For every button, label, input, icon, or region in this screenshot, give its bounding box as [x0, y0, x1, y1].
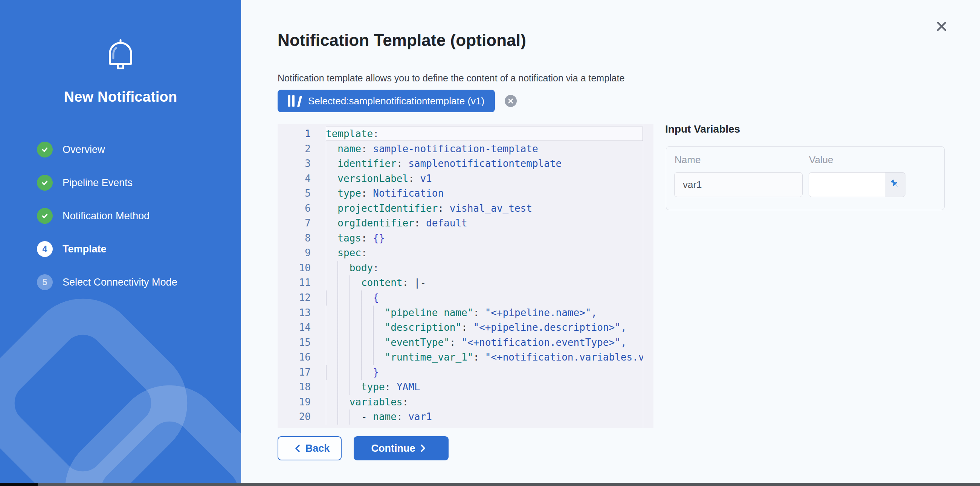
- step-label: Pipeline Events: [62, 177, 132, 189]
- sidebar-step-pipeline-events[interactable]: Pipeline Events: [37, 174, 177, 191]
- variable-name-field[interactable]: [674, 172, 803, 197]
- pushpin-icon: [889, 178, 901, 191]
- line-number: 1: [278, 127, 311, 142]
- notification-bell-icon: [0, 39, 241, 72]
- editor-line-numbers: 1234567891011121314151617181920: [278, 127, 326, 425]
- chevron-right-icon: [420, 444, 426, 453]
- line-number: 4: [278, 171, 311, 186]
- code-line[interactable]: {: [326, 290, 643, 306]
- line-number: 11: [278, 276, 311, 290]
- name-column-label: Name: [675, 154, 700, 166]
- close-icon[interactable]: [934, 19, 949, 34]
- code-line[interactable]: content: |-: [326, 276, 643, 290]
- sidebar-step-template[interactable]: 4Template: [37, 241, 177, 257]
- editor-scrollbar[interactable]: [643, 124, 643, 428]
- code-line[interactable]: tags: {}: [326, 231, 643, 246]
- template-yaml-editor[interactable]: 1234567891011121314151617181920 template…: [278, 124, 654, 428]
- line-number: 9: [278, 245, 311, 261]
- bottom-bar: [0, 483, 980, 486]
- step-check-icon: [37, 142, 53, 158]
- code-line[interactable]: projectIdentifier: vishal_av_test: [326, 201, 643, 216]
- template-step-panel: Notification Template (optional) Notific…: [241, 0, 980, 486]
- code-line[interactable]: type: YAML: [326, 380, 643, 395]
- page-subtitle: Notification template allows you to defi…: [278, 73, 624, 84]
- code-line[interactable]: "pipeline name": "<+pipeline.name>",: [326, 306, 643, 320]
- line-number: 17: [278, 365, 311, 380]
- code-line[interactable]: name: sample-notification-template: [326, 142, 643, 157]
- line-number: 2: [278, 142, 311, 157]
- wizard-steps: OverviewPipeline EventsNotification Meth…: [37, 141, 177, 307]
- step-number-badge: 4: [37, 241, 53, 257]
- code-line[interactable]: identifier: samplenotificationtemplate: [326, 156, 643, 171]
- sidebar-step-select-connectivity-mode[interactable]: 5Select Connectivity Mode: [37, 274, 177, 290]
- line-number: 3: [278, 156, 311, 171]
- sidebar-step-notification-method[interactable]: Notification Method: [37, 207, 177, 224]
- editor-code-area[interactable]: template:name: sample-notification-templ…: [326, 127, 643, 426]
- code-line[interactable]: spec:: [326, 245, 643, 261]
- selected-template-chip[interactable]: Selected:samplenotificationtemplate (v1): [278, 90, 495, 112]
- code-line[interactable]: orgIdentifier: default: [326, 216, 643, 231]
- line-number: 20: [278, 410, 311, 425]
- step-label: Notification Method: [62, 210, 150, 222]
- code-line[interactable]: "description": "<+pipeline.description>"…: [326, 320, 643, 335]
- sidebar-step-overview[interactable]: Overview: [37, 141, 177, 158]
- step-number-badge: 5: [37, 274, 53, 290]
- wizard-title: New Notification: [0, 89, 241, 105]
- bottom-bar-left: [0, 483, 38, 486]
- code-line[interactable]: template:: [326, 127, 643, 142]
- line-number: 8: [278, 231, 311, 246]
- continue-button-label: Continue: [371, 443, 415, 454]
- pin-input-button[interactable]: [885, 172, 905, 197]
- variable-value-field[interactable]: [809, 172, 885, 197]
- code-line[interactable]: "eventType": "<+notification.eventType>"…: [326, 335, 643, 351]
- input-variables-card: Name Value: [666, 146, 945, 210]
- step-label: Select Connectivity Mode: [62, 277, 177, 288]
- line-number: 16: [278, 350, 311, 365]
- line-number: 13: [278, 306, 311, 320]
- code-line[interactable]: "runtime_var_1": "<+notification.variabl…: [326, 350, 643, 365]
- input-variables-heading: Input Variables: [665, 123, 740, 135]
- code-line[interactable]: }: [326, 365, 643, 380]
- line-number: 15: [278, 335, 311, 351]
- code-line[interactable]: - name: var1: [326, 410, 643, 425]
- clear-template-button[interactable]: [505, 95, 517, 107]
- code-line[interactable]: variables:: [326, 395, 643, 410]
- chevron-left-icon: [294, 444, 301, 453]
- line-number: 10: [278, 261, 311, 276]
- library-icon: [288, 95, 302, 107]
- step-label: Template: [62, 243, 107, 255]
- line-number: 6: [278, 201, 311, 216]
- code-line[interactable]: body:: [326, 261, 643, 276]
- line-number: 12: [278, 290, 311, 306]
- line-number: 14: [278, 320, 311, 335]
- code-line[interactable]: versionLabel: v1: [326, 171, 643, 186]
- wizard-sidebar: New Notification OverviewPipeline Events…: [0, 0, 241, 486]
- line-number: 5: [278, 186, 311, 201]
- value-column-label: Value: [809, 154, 834, 166]
- step-check-icon: [37, 175, 53, 191]
- step-check-icon: [37, 208, 53, 224]
- step-label: Overview: [62, 144, 105, 156]
- back-button-label: Back: [305, 443, 330, 454]
- back-button[interactable]: Back: [278, 436, 342, 461]
- line-number: 7: [278, 216, 311, 231]
- line-number: 19: [278, 395, 311, 410]
- continue-button[interactable]: Continue: [354, 436, 449, 461]
- selected-template-label: Selected:samplenotificationtemplate (v1): [308, 95, 484, 107]
- page-title: Notification Template (optional): [278, 31, 526, 50]
- code-line[interactable]: type: Notification: [326, 186, 643, 201]
- line-number: 18: [278, 380, 311, 395]
- variable-value-group: [809, 172, 905, 197]
